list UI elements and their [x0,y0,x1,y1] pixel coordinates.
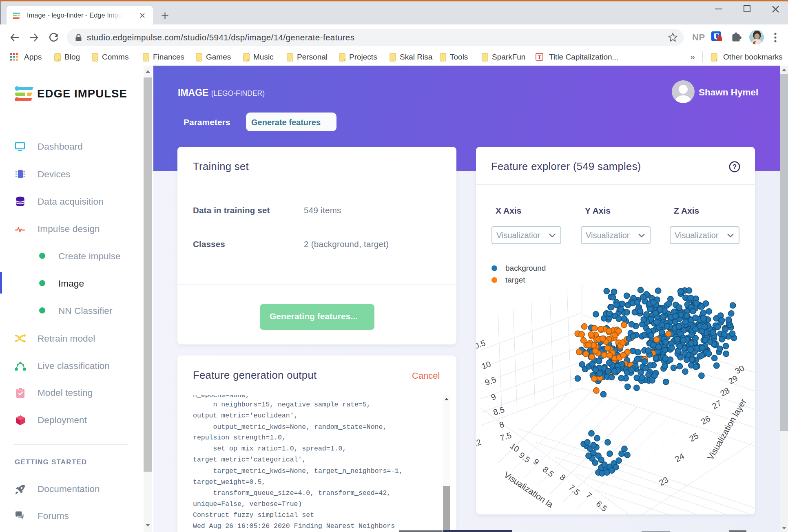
svg-text:9: 9 [532,457,541,467]
svg-text:8: 8 [558,472,567,482]
svg-text:24: 24 [673,451,686,464]
svg-text:T: T [538,54,541,60]
svg-text:7.5: 7.5 [567,483,581,497]
svg-text:8: 8 [498,419,505,429]
svg-text:7: 7 [584,490,593,500]
svg-text:9.5: 9.5 [518,450,532,464]
svg-text:30: 30 [733,363,746,375]
svg-text:?: ? [733,163,737,171]
svg-text:7.5: 7.5 [499,430,512,443]
svg-text:26: 26 [699,414,712,426]
svg-text:28: 28 [719,386,731,398]
svg-text:9.5: 9.5 [484,375,498,387]
svg-text:Visualization layer: Visualization layer [706,397,748,461]
svg-text:10: 10 [480,359,492,371]
svg-text:10: 10 [509,441,521,454]
svg-text:23: 23 [657,475,670,487]
svg-text:12: 12 [476,437,482,449]
svg-text:8.5: 8.5 [541,465,556,479]
svg-text:8.5: 8.5 [492,405,505,417]
svg-text:27: 27 [711,398,723,411]
svg-text:10.5: 10.5 [476,338,487,352]
svg-text:25: 25 [688,431,700,443]
